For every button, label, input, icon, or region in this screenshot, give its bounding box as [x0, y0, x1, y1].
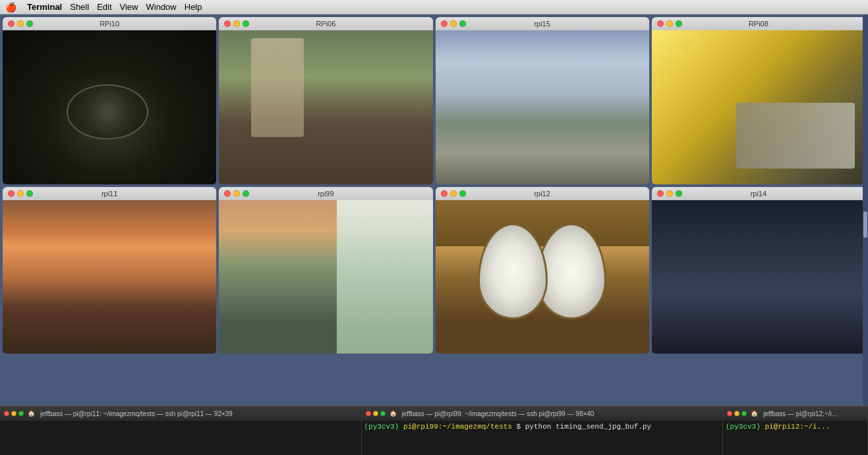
maximize-button-rpi14[interactable] — [676, 190, 682, 197]
minimize-button-rpi08[interactable] — [666, 20, 673, 27]
camera-feed-rpi15 — [436, 30, 649, 184]
menu-window[interactable]: Window — [146, 2, 177, 12]
terminal-minimize-2[interactable] — [373, 411, 378, 416]
terminal-traffic-lights-2 — [366, 411, 386, 416]
close-button-rpi08[interactable] — [657, 20, 664, 27]
camera-grid: RPi10 RPi06 — [0, 14, 868, 356]
minimize-button-rpi11[interactable] — [17, 190, 24, 197]
camera-feed-rpi12 — [436, 200, 649, 354]
close-button-rpi15[interactable] — [441, 20, 448, 27]
camera-rpi15: rpi15 — [436, 17, 649, 184]
camera-feed-rpi99 — [219, 200, 432, 354]
traffic-lights-rpi15 — [441, 20, 466, 27]
terminal-minimize-1[interactable] — [11, 411, 16, 416]
close-button-rpi14[interactable] — [657, 190, 664, 197]
camera-rpi11: rpi11 — [3, 187, 216, 354]
terminal-tab-rpi99[interactable]: 🏠 jeffbass — pi@rpi99: ~/imagezmq/tests … — [362, 406, 724, 455]
terminal-path-3: pi@rpi12:~/i... — [765, 423, 830, 431]
terminal-ssh-icon-1: 🏠 — [28, 410, 35, 417]
terminal-maximize-2[interactable] — [380, 411, 386, 416]
terminal-line-3b — [726, 432, 865, 442]
camera-feed-rpi06 — [219, 30, 432, 184]
minimize-button-rpi10[interactable] — [17, 20, 24, 27]
terminal-tab-title-3: jeffbass — pi@rpi12:~/i... — [763, 410, 837, 417]
terminal-line-1 — [3, 422, 359, 432]
camera-feed-rpi08 — [652, 30, 865, 184]
camera-rpi14: rpi14 — [652, 187, 865, 354]
camera-rpi08: RPi08 — [652, 17, 865, 184]
camera-titlebar-rpi11: rpi11 — [3, 187, 216, 200]
menu-edit[interactable]: Edit — [97, 2, 111, 12]
terminal-tab-rpi12[interactable]: 🏠 jeffbass — pi@rpi12:~/i... (py3cv3) pi… — [723, 406, 868, 455]
close-button-rpi10[interactable] — [8, 20, 14, 27]
camera-title-rpi10: RPi10 — [3, 20, 216, 28]
terminal-tab-rpi11[interactable]: 🏠 jeffbass — pi@rpi11: ~/imagezmq/tests … — [0, 406, 362, 455]
camera-rpi10: RPi10 — [3, 17, 216, 184]
terminal-maximize-1[interactable] — [18, 411, 24, 416]
terminal-close-2[interactable] — [366, 411, 371, 416]
camera-title-rpi14: rpi14 — [652, 190, 865, 198]
terminal-prompt-2: (py3cv3) — [364, 423, 403, 431]
menu-help[interactable]: Help — [185, 2, 202, 12]
terminal-ssh-icon-2: 🏠 — [390, 410, 397, 417]
traffic-lights-rpi11 — [8, 190, 33, 197]
terminal-tab-title-1: jeffbass — pi@rpi11: ~/imagezmq/tests — … — [40, 410, 233, 417]
maximize-button-rpi10[interactable] — [26, 20, 33, 27]
scrollbar-thumb[interactable] — [863, 211, 867, 238]
close-button-rpi99[interactable] — [224, 190, 231, 197]
terminal-ssh-icon-3: 🏠 — [751, 410, 758, 417]
maximize-button-rpi11[interactable] — [26, 190, 33, 197]
camera-title-rpi15: rpi15 — [436, 20, 649, 28]
camera-rpi12: rpi12 — [436, 187, 649, 354]
terminal-content-3[interactable]: (py3cv3) pi@rpi12:~/i... — [723, 421, 867, 455]
camera-titlebar-rpi06: RPi06 — [219, 17, 432, 30]
terminal-cmd-2: $ python timing_send_jpg_buf.py — [512, 423, 651, 431]
maximize-button-rpi99[interactable] — [243, 190, 249, 197]
minimize-button-rpi14[interactable] — [666, 190, 673, 197]
terminal-tab-bar-2: 🏠 jeffbass — pi@rpi99: ~/imagezmq/tests … — [362, 406, 723, 421]
minimize-button-rpi12[interactable] — [450, 190, 457, 197]
camera-titlebar-rpi99: rpi99 — [219, 187, 432, 200]
camera-titlebar-rpi15: rpi15 — [436, 17, 649, 30]
terminal-tab-bar-1: 🏠 jeffbass — pi@rpi11: ~/imagezmq/tests … — [0, 406, 361, 421]
traffic-lights-rpi99 — [224, 190, 249, 197]
camera-title-rpi11: rpi11 — [3, 190, 216, 198]
camera-titlebar-rpi08: RPi08 — [652, 17, 865, 30]
camera-feed-rpi10 — [3, 30, 216, 184]
terminal-traffic-lights-3 — [727, 411, 747, 416]
minimize-button-rpi06[interactable] — [233, 20, 240, 27]
maximize-button-rpi08[interactable] — [676, 20, 682, 27]
terminal-strip: 🏠 jeffbass — pi@rpi11: ~/imagezmq/tests … — [0, 406, 868, 455]
maximize-button-rpi15[interactable] — [459, 20, 466, 27]
traffic-lights-rpi08 — [657, 20, 682, 27]
terminal-tab-title-2: jeffbass — pi@rpi99: ~/imagezmq/tests — … — [402, 410, 594, 417]
close-button-rpi12[interactable] — [441, 190, 448, 197]
maximize-button-rpi06[interactable] — [243, 20, 249, 27]
camera-titlebar-rpi10: RPi10 — [3, 17, 216, 30]
terminal-tab-bar-3: 🏠 jeffbass — pi@rpi12:~/i... — [723, 406, 867, 421]
terminal-line-2b — [364, 432, 720, 442]
camera-titlebar-rpi12: rpi12 — [436, 187, 649, 200]
terminal-prompt-3: (py3cv3) — [726, 423, 765, 431]
terminal-line-3a: (py3cv3) pi@rpi12:~/i... — [726, 422, 865, 432]
terminal-content-1[interactable] — [0, 421, 361, 455]
camera-rpi06: RPi06 — [219, 17, 432, 184]
minimize-button-rpi99[interactable] — [233, 190, 240, 197]
minimize-button-rpi15[interactable] — [450, 20, 457, 27]
terminal-traffic-lights-1 — [4, 411, 24, 416]
traffic-lights-rpi10 — [8, 20, 33, 27]
terminal-minimize-3[interactable] — [734, 411, 739, 416]
menu-shell[interactable]: Shell — [70, 2, 89, 12]
terminal-close-3[interactable] — [727, 411, 732, 416]
close-button-rpi11[interactable] — [8, 190, 14, 197]
terminal-maximize-3[interactable] — [741, 411, 747, 416]
close-button-rpi06[interactable] — [224, 20, 231, 27]
scrollbar[interactable] — [863, 14, 868, 406]
terminal-content-2[interactable]: (py3cv3) pi@rpi99:~/imagezmq/tests $ pyt… — [362, 421, 723, 455]
menu-terminal[interactable]: Terminal — [27, 2, 62, 12]
terminal-close-1[interactable] — [4, 411, 9, 416]
apple-menu[interactable]: 🍎 — [5, 2, 16, 13]
maximize-button-rpi12[interactable] — [459, 190, 466, 197]
traffic-lights-rpi12 — [441, 190, 466, 197]
menu-view[interactable]: View — [120, 2, 138, 12]
